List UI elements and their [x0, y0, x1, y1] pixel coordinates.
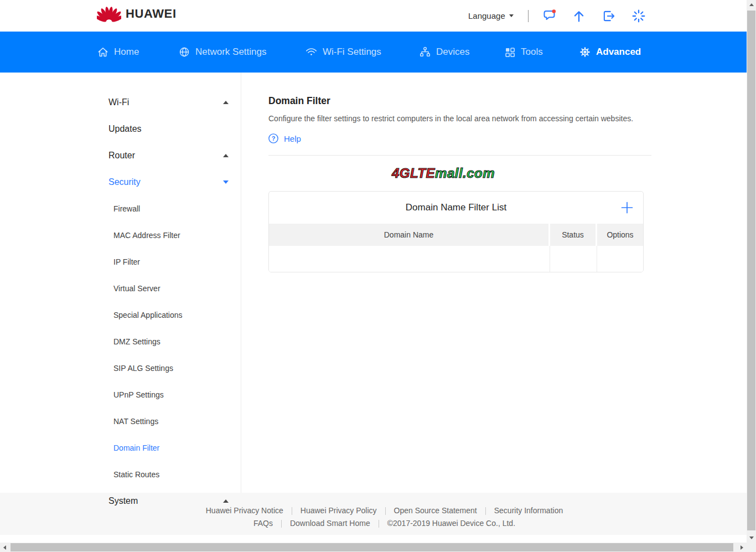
footer-separator: [385, 507, 386, 515]
column-header-domain-name[interactable]: Domain Name: [269, 224, 548, 246]
help-link[interactable]: ? Help: [268, 133, 301, 144]
sidebar-divider: [241, 73, 241, 493]
sidebar-item-firewall[interactable]: Firewall: [97, 195, 241, 222]
devices-icon: [419, 46, 431, 58]
nav-item-home[interactable]: Home: [97, 32, 139, 73]
table-empty-cell-domain: [269, 246, 550, 272]
column-header-options[interactable]: Options: [597, 224, 643, 246]
huawei-flower-icon: [97, 4, 121, 23]
sidebar-item-label: UPnP Settings: [113, 390, 164, 399]
header-actions: Language: [468, 0, 646, 32]
nav-item-label: Wi-Fi Settings: [323, 47, 381, 58]
sidebar-item-wifi[interactable]: Wi-Fi: [97, 89, 241, 116]
sidebar-item-sip-alg-settings[interactable]: SIP ALG Settings: [97, 355, 241, 381]
footer-separator: [485, 507, 486, 515]
horizontal-scrollbar-thumb[interactable]: [11, 543, 733, 551]
sidebar-item-security[interactable]: Security: [97, 169, 241, 195]
nav-item-devices[interactable]: Devices: [419, 32, 469, 73]
sidebar-item-label: Updates: [108, 124, 142, 134]
wifi-icon: [305, 46, 318, 58]
sidebar-item-special-applications[interactable]: Special Applications: [97, 302, 241, 328]
sidebar-item-label: MAC Address Filter: [113, 231, 180, 240]
page-title: Domain Filter: [268, 95, 330, 107]
watermark-red-part: 4GLTE: [392, 166, 435, 180]
globe-icon: [178, 46, 190, 58]
nav-item-wifi-settings[interactable]: Wi-Fi Settings: [305, 32, 381, 73]
sidebar-item-label: Router: [108, 151, 135, 161]
logout-icon[interactable]: [602, 8, 617, 23]
header-divider: [528, 10, 529, 22]
scroll-down-icon: [749, 536, 754, 539]
sidebar-item-label: Virtual Server: [113, 284, 160, 293]
domain-filter-card: Domain Name Filter List Domain Name Stat…: [268, 191, 644, 272]
card-title-row: Domain Name Filter List: [269, 192, 643, 224]
table-row: [269, 246, 643, 272]
sidebar-item-system[interactable]: System: [97, 488, 241, 514]
brand-text: HUAWEI: [126, 4, 177, 23]
nav-item-network-settings[interactable]: Network Settings: [178, 32, 267, 73]
footer-link-privacy-policy[interactable]: Huawei Privacy Policy: [301, 504, 377, 517]
sidebar-item-router[interactable]: Router: [97, 142, 241, 169]
upload-arrow-icon[interactable]: [572, 8, 587, 23]
sidebar-item-label: System: [108, 496, 138, 506]
help-question-icon: ?: [268, 133, 279, 144]
table-title: Domain Name Filter List: [406, 202, 506, 213]
sidebar-item-virtual-server[interactable]: Virtual Server: [97, 275, 241, 302]
sidebar-item-label: Wi-Fi: [108, 97, 129, 107]
column-header-status[interactable]: Status: [550, 224, 596, 246]
sidebar-item-updates[interactable]: Updates: [97, 116, 241, 142]
footer-row-2: FAQs Download Smart Home ©2017-2019 Huaw…: [253, 517, 515, 530]
page-description: Configure the filter settings to restric…: [268, 114, 633, 123]
chevron-down-icon: [509, 14, 514, 17]
content-divider: [268, 155, 651, 156]
nav-item-label: Tools: [521, 47, 543, 58]
scroll-up-button[interactable]: [747, 0, 756, 9]
sidebar-item-upnp-settings[interactable]: UPnP Settings: [97, 381, 241, 408]
footer-separator: [379, 520, 379, 528]
chevron-down-icon: [223, 180, 229, 184]
gear-icon: [579, 46, 591, 58]
scroll-down-button[interactable]: [747, 533, 756, 543]
language-dropdown[interactable]: Language: [468, 11, 514, 20]
footer-link-download-smart-home[interactable]: Download Smart Home: [290, 517, 370, 530]
scroll-right-icon: [741, 545, 743, 550]
sidebar-item-nat-settings[interactable]: NAT Settings: [97, 408, 241, 435]
sidebar-item-label: Special Applications: [113, 311, 183, 319]
sidebar-item-mac-address-filter[interactable]: MAC Address Filter: [97, 222, 241, 249]
chevron-up-icon: [223, 499, 229, 503]
messages-icon[interactable]: [542, 8, 557, 23]
svg-text:?: ?: [272, 135, 276, 142]
nav-item-label: Devices: [436, 47, 469, 58]
home-icon: [97, 46, 109, 58]
loading-spinner-icon[interactable]: [631, 8, 646, 23]
chevron-up-icon: [223, 101, 229, 104]
nav-item-label: Network Settings: [195, 47, 267, 58]
sidebar-item-ip-filter[interactable]: IP Filter: [97, 249, 241, 275]
sidebar-item-label: DMZ Settings: [113, 337, 160, 346]
horizontal-scrollbar[interactable]: [0, 543, 747, 552]
vertical-scrollbar[interactable]: [747, 0, 756, 543]
scroll-right-button[interactable]: [737, 543, 747, 552]
footer-link-open-source[interactable]: Open Source Statement: [394, 504, 477, 517]
vertical-scrollbar-thumb[interactable]: [747, 11, 755, 530]
scroll-left-button[interactable]: [0, 543, 9, 552]
sidebar-item-static-routes[interactable]: Static Routes: [97, 461, 241, 488]
footer-separator: [281, 520, 282, 528]
watermark: 4GLTEmall.com: [392, 166, 495, 181]
footer-row-1: Huawei Privacy Notice Huawei Privacy Pol…: [206, 504, 563, 517]
sidebar-item-label: SIP ALG Settings: [113, 364, 173, 373]
nav-item-tools[interactable]: Tools: [504, 32, 543, 73]
footer-link-security-info[interactable]: Security Information: [494, 504, 563, 517]
huawei-logo: HUAWEI: [97, 4, 177, 23]
add-filter-button[interactable]: [621, 202, 633, 214]
main-nav: Home Network Settings Wi-Fi Settings: [0, 32, 747, 73]
table-header-row: Domain Name Status Options: [269, 224, 643, 246]
footer-link-faqs[interactable]: FAQs: [253, 517, 273, 530]
sidebar-item-domain-filter[interactable]: Domain Filter: [97, 435, 241, 461]
language-label: Language: [468, 11, 505, 20]
sidebar-item-dmz-settings[interactable]: DMZ Settings: [97, 328, 241, 355]
nav-item-advanced[interactable]: Advanced: [579, 32, 641, 73]
nav-item-label: Advanced: [596, 47, 641, 58]
help-label: Help: [284, 134, 301, 143]
sidebar: Wi-Fi Updates Router Security Firewall M…: [97, 89, 241, 514]
